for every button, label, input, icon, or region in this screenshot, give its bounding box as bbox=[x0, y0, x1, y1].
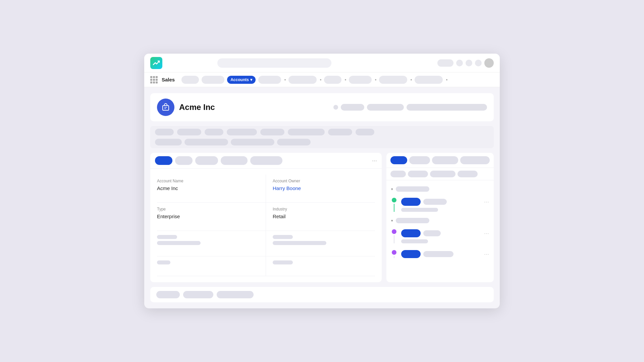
topbar-dot-1 bbox=[456, 60, 463, 66]
tc-row-2-sub bbox=[401, 239, 489, 243]
header-action-3[interactable] bbox=[407, 104, 487, 111]
timeline-btn-3[interactable] bbox=[401, 250, 421, 258]
nav-dot-separator-2 bbox=[320, 79, 321, 80]
footer-pill-2[interactable] bbox=[183, 291, 213, 298]
timeline-item-1: ··· bbox=[391, 194, 489, 215]
rp-tab-more[interactable] bbox=[460, 156, 490, 164]
nav-item-dashboards[interactable] bbox=[379, 76, 407, 84]
field-industry: Industry Retail bbox=[266, 203, 375, 231]
panel-tab-news[interactable] bbox=[250, 156, 282, 165]
ph-label-4a bbox=[157, 260, 170, 264]
panel-tab-details[interactable] bbox=[155, 156, 172, 165]
filter-calls[interactable] bbox=[408, 171, 428, 177]
timeline-item-2: ··· bbox=[391, 226, 489, 247]
panel-tabs: ··· bbox=[150, 153, 382, 169]
header-dot-1 bbox=[333, 105, 338, 110]
subtab-12[interactable] bbox=[277, 139, 311, 145]
filter-emails[interactable] bbox=[458, 171, 478, 177]
topbar-dot-2 bbox=[466, 60, 472, 66]
timeline-more-2[interactable]: ··· bbox=[484, 230, 489, 237]
account-icon bbox=[157, 99, 174, 116]
subtab-5[interactable] bbox=[260, 129, 284, 135]
timeline: ▾ ··· bbox=[386, 180, 494, 282]
ph-label-3b bbox=[273, 235, 293, 239]
subtab-9[interactable] bbox=[155, 139, 182, 145]
type-value: Enterprise bbox=[157, 214, 259, 219]
subtab-3[interactable] bbox=[205, 129, 223, 135]
filter-all[interactable] bbox=[390, 171, 406, 177]
chevron-down-icon-1: ▾ bbox=[391, 187, 393, 191]
section-1-label bbox=[396, 186, 429, 192]
subtab-4[interactable] bbox=[227, 129, 257, 135]
nav-item-accounts-active[interactable]: Accounts ▾ bbox=[227, 76, 256, 84]
tc-row-1-main: ··· bbox=[401, 198, 489, 206]
type-label: Type bbox=[157, 207, 259, 212]
collapse-section-2[interactable]: ▾ bbox=[391, 215, 489, 226]
ph-label-3a bbox=[157, 235, 177, 239]
user-avatar[interactable] bbox=[484, 58, 494, 68]
field-type: Type Enterprise bbox=[157, 203, 266, 231]
nav-dot-separator-3 bbox=[345, 79, 346, 80]
subtab-11[interactable] bbox=[231, 139, 274, 145]
nav-item-leads[interactable] bbox=[324, 76, 341, 84]
nav-item-chatter[interactable] bbox=[202, 76, 224, 84]
section-2-label bbox=[396, 218, 429, 223]
panel-more-icon[interactable]: ··· bbox=[372, 157, 377, 164]
timeline-track-3 bbox=[391, 250, 397, 258]
account-name-value: Acme Inc bbox=[157, 185, 259, 191]
account-owner-value[interactable]: Harry Boone bbox=[273, 185, 370, 191]
timeline-btn-1[interactable] bbox=[401, 198, 421, 206]
panel-tab-activity[interactable] bbox=[175, 156, 193, 165]
rp-tab-chatter[interactable] bbox=[409, 156, 430, 164]
panel-tab-chatter[interactable] bbox=[195, 156, 218, 165]
subtab-7[interactable] bbox=[328, 129, 352, 135]
timeline-btn-2[interactable] bbox=[401, 229, 421, 237]
subtab-10[interactable] bbox=[184, 139, 228, 145]
timeline-sub-2 bbox=[401, 239, 428, 243]
timeline-pill-2a bbox=[423, 230, 441, 236]
rp-tab-activity[interactable] bbox=[390, 156, 407, 164]
nav-item-reports[interactable] bbox=[349, 76, 372, 84]
navbar: Sales Accounts ▾ bbox=[144, 72, 500, 87]
ph-value-3a bbox=[157, 241, 201, 245]
account-name-label: Account Name bbox=[157, 179, 259, 183]
tc-row-3-main: ··· bbox=[401, 250, 489, 258]
panel-tab-related[interactable] bbox=[221, 156, 248, 165]
nav-dot-separator-1 bbox=[284, 79, 286, 80]
nav-item-home[interactable] bbox=[181, 76, 199, 84]
ph-label-4b bbox=[273, 260, 293, 264]
subtab-8[interactable] bbox=[356, 129, 374, 135]
subtab-1[interactable] bbox=[155, 129, 174, 135]
account-title: Acme Inc bbox=[179, 103, 215, 112]
field-account-owner: Account Owner Harry Boone bbox=[266, 175, 375, 203]
timeline-dot-2 bbox=[392, 229, 396, 234]
subtab-2[interactable] bbox=[177, 129, 201, 135]
nav-dot-separator-6 bbox=[446, 79, 447, 80]
nav-item-opportunities[interactable] bbox=[288, 76, 317, 84]
timeline-pill-3a bbox=[423, 251, 453, 257]
header-action-2[interactable] bbox=[367, 104, 404, 111]
app-grid-icon[interactable] bbox=[150, 76, 158, 83]
header-action-1[interactable] bbox=[341, 104, 364, 111]
topbar bbox=[144, 54, 500, 72]
timeline-more-3[interactable]: ··· bbox=[484, 251, 489, 258]
chevron-down-icon-2: ▾ bbox=[391, 219, 393, 223]
industry-value: Retail bbox=[273, 214, 370, 219]
content-area: Acme Inc bbox=[144, 87, 500, 308]
filter-tasks[interactable] bbox=[430, 171, 455, 177]
rp-tab-details[interactable] bbox=[432, 156, 458, 164]
subtab-6[interactable] bbox=[288, 129, 325, 135]
footer-pill-1[interactable] bbox=[156, 291, 180, 298]
nav-item-contacts[interactable] bbox=[258, 76, 281, 84]
timeline-more-1[interactable]: ··· bbox=[484, 198, 489, 205]
timeline-line-2 bbox=[394, 235, 394, 243]
nav-item-more[interactable] bbox=[415, 76, 443, 84]
footer-pill-3[interactable] bbox=[217, 291, 254, 298]
field-placeholder-4a bbox=[157, 256, 266, 276]
search-bar[interactable] bbox=[217, 58, 331, 68]
header-actions bbox=[333, 104, 487, 111]
collapse-section-1[interactable]: ▾ bbox=[391, 184, 489, 194]
topbar-controls bbox=[437, 58, 494, 68]
timeline-item-3: ··· bbox=[391, 247, 489, 261]
app-logo bbox=[150, 57, 162, 69]
